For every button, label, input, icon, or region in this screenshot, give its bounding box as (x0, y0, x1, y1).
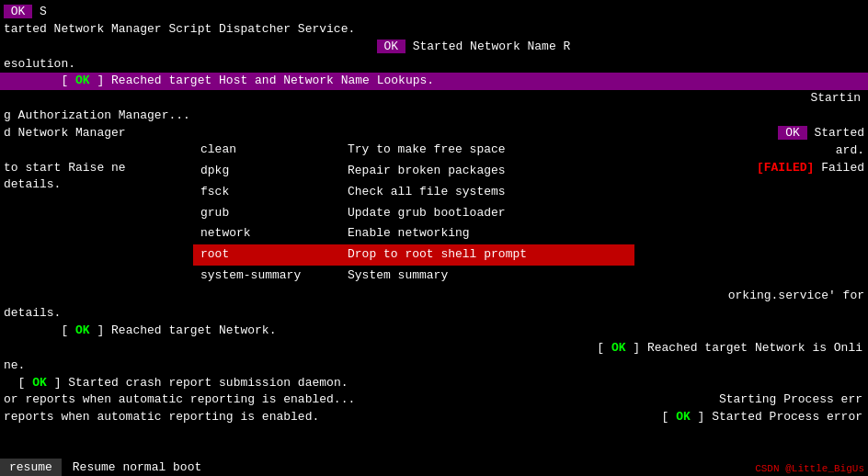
terminal: OK S tarted Network Manager Script Dispa… (0, 0, 868, 476)
menu-item-clean[interactable]: clean Try to make free space (193, 140, 634, 161)
resume-desc: Resume normal boot (63, 459, 211, 476)
line-10: orking.service' for (0, 288, 868, 305)
line-process-err: or reports when automatic reporting is e… (0, 391, 868, 409)
recovery-menu[interactable]: clean Try to make free space dpkg Repair… (193, 140, 634, 287)
menu-item-fsck[interactable]: fsck Check all file systems (193, 182, 634, 203)
line-1: OK S tarted Network Manager Script Dispa… (0, 4, 868, 39)
line-process-ok: reports when automatic reporting is enab… (0, 409, 868, 426)
line-network-online: [ OK ] Reached target Network is Onli (0, 340, 868, 357)
line-5: g Authorization Manager... (0, 108, 868, 125)
ok-badge: OK (778, 126, 806, 140)
menu-item-grub[interactable]: grub Update grub bootloader (193, 203, 634, 224)
ok-badge: OK (4, 5, 32, 18)
menu-item-dpkg[interactable]: dpkg Repair broken packages (193, 161, 634, 182)
ok-badge: OK (377, 40, 405, 53)
line-details: details. (0, 305, 868, 323)
line-crash: [ OK ] Started crash report submission d… (0, 375, 868, 392)
line-2: OK Started Network Name R esolution. (0, 39, 868, 74)
line-4: Startin (0, 90, 868, 108)
line-3: [ OK ] Reached target Host and Network N… (0, 73, 868, 90)
watermark: CSDN @Little_BigUs (755, 463, 864, 474)
line-ne: ne. (0, 357, 868, 375)
failed-badge: [FAILED] (757, 161, 814, 175)
menu-item-root[interactable]: root Drop to root shell prompt (193, 244, 634, 266)
menu-item-system-summary[interactable]: system-summary System summary (193, 266, 634, 287)
line-reached-network: [ OK ] Reached target Network. (0, 323, 868, 340)
menu-item-network[interactable]: network Enable networking (193, 223, 634, 244)
bottom-bar: resume Resume normal boot (0, 459, 868, 476)
resume-button[interactable]: resume (0, 459, 62, 476)
